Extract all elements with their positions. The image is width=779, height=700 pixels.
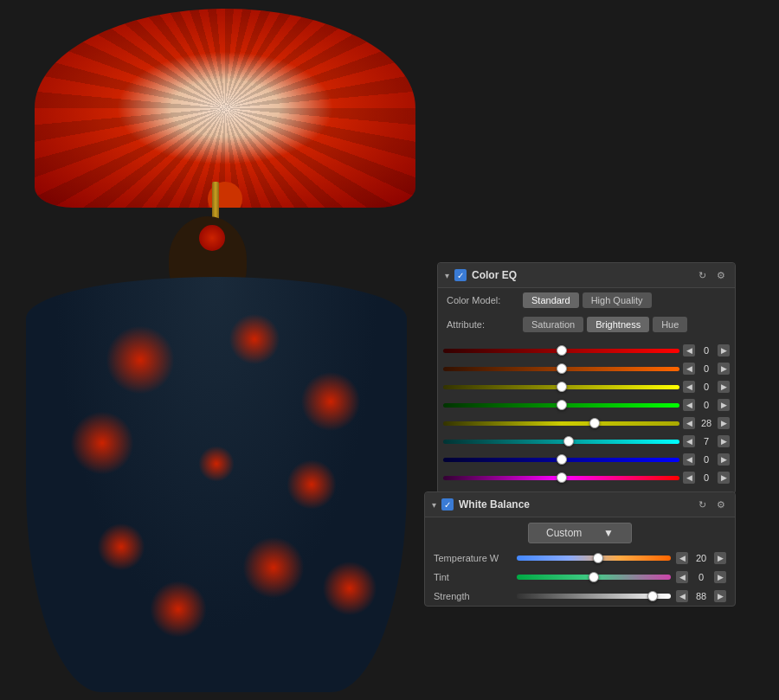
color-eq-increment-cyan[interactable]: ▶ [718,435,730,447]
color-eq-decrement-red[interactable]: ◀ [683,344,695,356]
color-eq-decrement-cyan[interactable]: ◀ [683,435,695,447]
color-eq-slider-row-yellow: ◀0▶ [443,379,730,395]
color-eq-track-bg-yellow2 [443,421,679,426]
color-eq-thumb-magenta[interactable] [557,472,567,483]
color-eq-sliders: ◀0▶◀0▶◀0▶◀0▶◀28▶◀7▶◀0▶◀0▶ [438,337,735,493]
color-eq-increment-yellow2[interactable]: ▶ [718,417,730,429]
color-eq-track-yellow [443,382,679,392]
saturation-tab[interactable]: Saturation [523,317,583,332]
umbrella-decoration [35,9,415,208]
wb-increment-1[interactable]: ▶ [714,571,726,583]
color-eq-thumb-cyan[interactable] [563,436,574,446]
wb-preset-row: Custom ▼ [425,517,735,549]
color-eq-slider-row-blue: ◀0▶ [443,452,730,467]
color-eq-value-yellow2: 28 [697,418,716,428]
wb-track-container-1 [517,574,671,581]
color-eq-value-red: 0 [697,345,716,356]
kimono-body [26,277,407,692]
color-eq-track-green [443,400,679,410]
wb-actions: ↻ ⚙ [695,498,728,511]
color-eq-value-control-red: ◀0▶ [683,344,730,356]
color-eq-increment-red[interactable]: ▶ [718,344,730,356]
color-eq-enable-checkbox[interactable]: ✓ [454,269,467,281]
color-eq-increment-yellow[interactable]: ▶ [718,381,730,393]
color-eq-track-bg-cyan [443,440,679,444]
high-quality-button[interactable]: High Quality [583,292,652,308]
color-eq-thumb-orange[interactable] [557,363,567,374]
color-eq-track-bg-yellow [443,385,679,389]
color-eq-increment-green[interactable]: ▶ [718,399,730,411]
wb-value-control-0: ◀20▶ [676,552,726,564]
color-eq-value-cyan: 7 [697,436,716,446]
color-model-row: Color Model: Standard High Quality [438,288,735,312]
wb-thumb-1[interactable] [589,572,599,582]
color-eq-increment-magenta[interactable]: ▶ [718,472,730,484]
color-eq-thumb-green[interactable] [557,400,567,410]
collapse-chevron[interactable]: ▾ [445,271,449,280]
wb-collapse-chevron[interactable]: ▾ [432,500,436,510]
color-eq-settings-icon[interactable]: ⚙ [714,268,728,282]
wb-preset-label: Custom [546,527,582,539]
wb-value-1: 0 [690,572,712,582]
color-eq-track-orange [443,363,679,374]
color-eq-track-magenta [443,472,679,483]
wb-track-container-2 [517,593,671,600]
color-eq-increment-blue[interactable]: ▶ [718,453,730,466]
color-eq-decrement-green[interactable]: ◀ [683,399,695,411]
color-eq-track-red [443,345,679,356]
wb-title: White Balance [459,498,690,511]
color-eq-value-blue: 0 [697,454,716,465]
wb-thumb-2[interactable] [647,591,658,601]
color-eq-track-bg-orange [443,367,679,371]
color-eq-increment-orange[interactable]: ▶ [718,363,730,375]
color-eq-value-control-magenta: ◀0▶ [683,472,730,484]
wb-settings-icon[interactable]: ⚙ [714,498,728,511]
color-eq-value-yellow: 0 [697,382,716,392]
wb-value-2: 88 [690,591,712,601]
wb-slider-row-2: Strength◀88▶ [425,587,735,606]
standard-button[interactable]: Standard [523,292,579,308]
color-eq-value-orange: 0 [697,363,716,374]
wb-increment-2[interactable]: ▶ [714,590,726,602]
color-eq-value-control-blue: ◀0▶ [683,453,730,466]
color-eq-refresh-icon[interactable]: ↻ [695,268,709,282]
color-eq-thumb-red[interactable] [557,345,567,356]
wb-thumb-0[interactable] [593,553,603,563]
color-eq-thumb-yellow2[interactable] [589,418,600,428]
color-eq-title: Color EQ [472,269,690,281]
wb-value-control-1: ◀0▶ [676,571,726,583]
wb-refresh-icon[interactable]: ↻ [695,498,709,511]
color-eq-track-bg-magenta [443,476,679,480]
attribute-row: Attribute: Saturation Brightness Hue [438,312,735,337]
wb-label-0: Temperature W [434,553,512,563]
color-eq-track-cyan [443,436,679,446]
wb-sliders-container: Temperature W◀20▶Tint◀0▶Strength◀88▶ [425,549,735,606]
color-eq-decrement-blue[interactable]: ◀ [683,453,695,466]
wb-track-bg-2 [517,594,671,599]
color-eq-slider-row-magenta: ◀0▶ [443,470,730,485]
color-eq-thumb-blue[interactable] [557,454,567,465]
color-model-buttons: Standard High Quality [523,292,652,308]
color-eq-value-control-green: ◀0▶ [683,399,730,411]
wb-decrement-2[interactable]: ◀ [676,590,688,602]
color-eq-track-blue [443,454,679,465]
color-eq-decrement-yellow2[interactable]: ◀ [683,417,695,429]
hue-tab[interactable]: Hue [653,317,687,332]
color-eq-decrement-yellow[interactable]: ◀ [683,381,695,393]
brightness-tab[interactable]: Brightness [587,317,649,332]
color-eq-decrement-magenta[interactable]: ◀ [683,472,695,484]
wb-decrement-0[interactable]: ◀ [676,552,688,564]
wb-increment-0[interactable]: ▶ [714,552,726,564]
color-eq-slider-row-red: ◀0▶ [443,343,730,358]
color-eq-thumb-yellow[interactable] [557,382,567,392]
wb-track-bg-0 [517,556,671,561]
wb-track-bg-1 [517,575,671,580]
wb-label-1: Tint [434,572,512,582]
wb-decrement-1[interactable]: ◀ [676,571,688,583]
wb-enable-checkbox[interactable]: ✓ [441,498,454,511]
color-eq-track-bg-blue [443,458,679,462]
color-eq-decrement-orange[interactable]: ◀ [683,363,695,375]
wb-preset-dropdown[interactable]: Custom ▼ [528,523,632,543]
color-eq-track-bg-green [443,403,679,408]
color-eq-value-control-yellow2: ◀28▶ [683,417,730,429]
